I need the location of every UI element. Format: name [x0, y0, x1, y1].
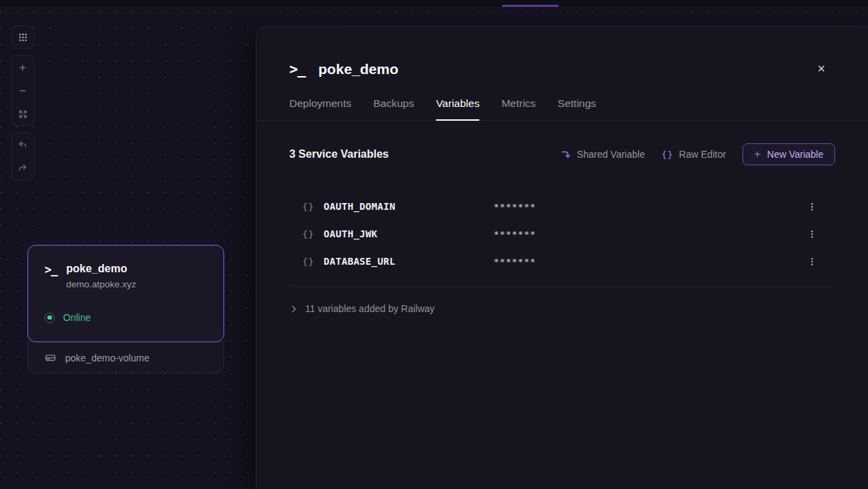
grid-icon	[17, 32, 29, 43]
tab-deployments[interactable]: Deployments	[289, 97, 351, 120]
service-domain[interactable]: demo.atpoke.xyz	[66, 278, 136, 291]
zoom-in-button[interactable]: +	[12, 56, 34, 79]
new-variable-label: New Variable	[767, 149, 823, 160]
status-dot-icon	[45, 313, 55, 323]
variables-section-title: 3 Service Variables	[289, 148, 389, 160]
redo-button[interactable]	[12, 156, 34, 180]
variable-name: OAUTH_JWK	[324, 228, 494, 239]
tab-metrics[interactable]: Metrics	[501, 97, 535, 120]
raw-editor-label: Raw Editor	[679, 149, 725, 160]
plus-icon: +	[754, 148, 761, 160]
variable-value-masked[interactable]: *******	[494, 229, 536, 239]
top-accent-line	[502, 5, 559, 7]
redo-icon	[17, 163, 28, 174]
new-variable-button[interactable]: + New Variable	[743, 143, 835, 165]
chevron-right-icon	[289, 305, 298, 313]
volume-attachment[interactable]: poke_demo-volume	[27, 341, 224, 373]
terminal-icon: >_	[45, 263, 57, 276]
service-card-poke-demo: >_ poke_demo demo.atpoke.xyz Online	[27, 245, 224, 373]
hard-drive-icon	[45, 352, 56, 363]
minus-icon: −	[19, 85, 26, 97]
history-controls	[11, 132, 34, 180]
variables-list: {} OAUTH_DOMAIN ******* {} OAUTH_JWK ***…	[289, 193, 835, 275]
shared-variable-label: Shared Variable	[577, 149, 644, 160]
undo-button[interactable]	[12, 133, 34, 156]
terminal-icon: >_	[289, 61, 305, 77]
kebab-menu-icon	[807, 257, 817, 267]
braces-icon: {}	[302, 202, 324, 212]
layout-grid-button[interactable]	[11, 25, 34, 49]
service-detail-panel: >_ poke_demo Deployments Backups Variabl…	[256, 26, 868, 489]
raw-editor-button[interactable]: {} Raw Editor	[662, 149, 726, 160]
variable-value-masked[interactable]: *******	[494, 257, 536, 267]
variable-name: DATABASE_URL	[324, 256, 494, 267]
canvas-toolbar: + −	[11, 25, 34, 180]
variable-name: OAUTH_DOMAIN	[324, 201, 494, 212]
plus-icon: +	[19, 62, 26, 73]
variable-row[interactable]: {} DATABASE_URL *******	[289, 248, 835, 275]
tab-variables[interactable]: Variables	[436, 97, 479, 120]
kebab-menu-icon	[807, 229, 817, 239]
close-panel-button[interactable]	[812, 59, 831, 78]
braces-icon: {}	[662, 150, 674, 160]
panel-tabs: Deployments Backups Variables Metrics Se…	[256, 97, 868, 121]
tab-backups[interactable]: Backups	[373, 97, 413, 120]
close-icon	[817, 64, 826, 73]
service-name: poke_demo	[66, 261, 136, 276]
kebab-menu-icon	[807, 202, 817, 212]
braces-icon: {}	[302, 257, 324, 267]
railway-variables-toggle[interactable]: 11 variables added by Railway	[289, 299, 835, 318]
variable-menu-button[interactable]	[804, 253, 820, 270]
top-bar	[0, 0, 868, 8]
tab-settings[interactable]: Settings	[557, 97, 596, 120]
braces-icon: {}	[302, 229, 324, 239]
shared-variable-button[interactable]: Shared Variable	[560, 149, 644, 160]
expand-icon	[18, 109, 28, 119]
shared-variable-arrow-icon	[560, 149, 571, 160]
variable-row[interactable]: {} OAUTH_DOMAIN *******	[289, 193, 835, 220]
railway-variables-label: 11 variables added by Railway	[305, 303, 435, 314]
variable-row[interactable]: {} OAUTH_JWK *******	[289, 220, 835, 248]
divider	[289, 286, 835, 287]
service-card-main[interactable]: >_ poke_demo demo.atpoke.xyz Online	[27, 245, 224, 342]
status-label: Online	[63, 312, 91, 323]
volume-name: poke_demo-volume	[65, 353, 149, 363]
zoom-controls: + −	[11, 55, 34, 126]
variable-menu-button[interactable]	[804, 198, 820, 215]
panel-title: poke_demo	[318, 61, 398, 77]
zoom-out-button[interactable]: −	[12, 79, 34, 102]
variable-value-masked[interactable]: *******	[494, 202, 536, 212]
variable-menu-button[interactable]	[804, 226, 820, 242]
fit-view-button[interactable]	[12, 102, 34, 126]
undo-icon	[17, 139, 28, 150]
